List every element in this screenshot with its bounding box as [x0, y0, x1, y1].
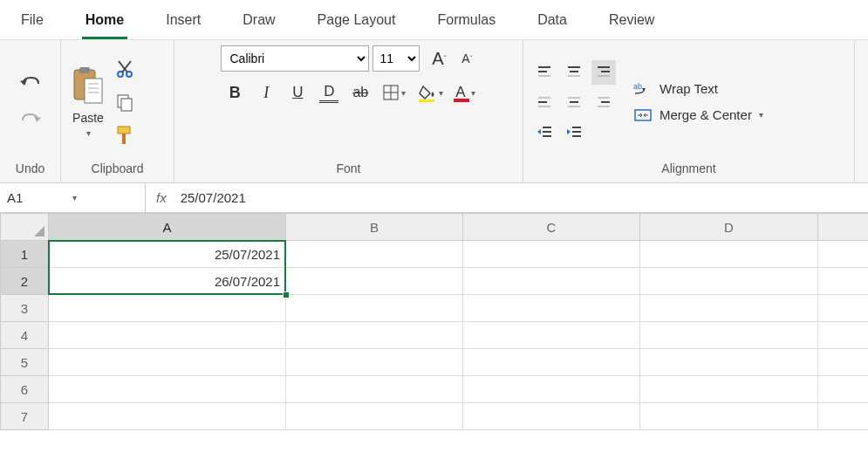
spreadsheet-grid: 1 2 3 4 5 6 7 A B C D 25/07/2021 26/07/2…: [0, 213, 868, 430]
paste-button[interactable]: Paste ▾: [70, 65, 106, 138]
alignment-spacer: [591, 120, 616, 144]
tab-insert[interactable]: Insert: [145, 0, 222, 39]
cell-c5[interactable]: [463, 349, 640, 376]
cell-b6[interactable]: [286, 376, 463, 403]
cell-a4[interactable]: [49, 322, 286, 349]
cell-b4[interactable]: [286, 322, 463, 349]
cell-d3[interactable]: [640, 295, 818, 322]
align-middle-left[interactable]: [532, 90, 557, 114]
cell-d1[interactable]: [640, 241, 818, 268]
tab-review[interactable]: Review: [588, 0, 675, 39]
cell-e7[interactable]: [818, 403, 868, 430]
tab-draw[interactable]: Draw: [222, 0, 296, 39]
chevron-down-icon: ▾: [86, 128, 91, 138]
bold-button[interactable]: B: [225, 82, 244, 103]
tab-data[interactable]: Data: [516, 0, 588, 39]
double-underline-button[interactable]: D: [319, 82, 338, 103]
cell-e1[interactable]: [818, 241, 868, 268]
cell-e2[interactable]: [818, 268, 868, 295]
fx-icon[interactable]: fx: [156, 190, 167, 205]
cell-b3[interactable]: [286, 295, 463, 322]
format-painter-button[interactable]: [115, 125, 134, 146]
copy-button[interactable]: [115, 92, 134, 113]
ribbon-tabs: File Home Insert Draw Page Layout Formul…: [0, 0, 868, 40]
col-header-c[interactable]: C: [463, 213, 640, 241]
svg-rect-2: [85, 79, 102, 103]
font-size-select[interactable]: 11: [372, 45, 420, 72]
decrease-indent[interactable]: [532, 120, 557, 144]
decrease-font-button[interactable]: Aˇ: [458, 48, 477, 69]
wrap-text-button[interactable]: ab Wrap Text: [633, 81, 763, 97]
align-top-center[interactable]: [562, 60, 586, 85]
row-header-1[interactable]: 1: [0, 241, 49, 268]
font-color-button[interactable]: A ▾: [455, 82, 475, 103]
align-middle-right[interactable]: [591, 90, 616, 114]
clipboard-group-label: Clipboard: [70, 158, 165, 181]
italic-button[interactable]: I: [256, 82, 276, 103]
fill-handle[interactable]: [283, 291, 290, 298]
fill-color-button[interactable]: ▾: [418, 82, 443, 103]
cell-e3[interactable]: [818, 295, 868, 322]
name-box[interactable]: A1 ▾: [0, 183, 146, 212]
cell-b2[interactable]: [286, 268, 463, 295]
tab-page-layout[interactable]: Page Layout: [297, 0, 417, 39]
col-header-b[interactable]: B: [286, 213, 463, 241]
cell-e6[interactable]: [818, 376, 868, 403]
increase-font-button[interactable]: Aˆ: [430, 48, 449, 69]
strikethrough-button[interactable]: ab: [351, 82, 370, 103]
svg-rect-13: [122, 134, 126, 144]
align-top-right[interactable]: [591, 60, 616, 85]
cell-c1[interactable]: [463, 241, 640, 268]
cell-a7[interactable]: [49, 403, 286, 430]
underline-button[interactable]: U: [288, 82, 307, 103]
cut-button[interactable]: [115, 58, 134, 79]
cell-d6[interactable]: [640, 376, 818, 403]
font-group: Calibri 11 Aˆ Aˇ B I U D ab ▾ ▾: [174, 40, 523, 182]
row-header-3[interactable]: 3: [0, 295, 49, 322]
redo-button[interactable]: [19, 110, 42, 131]
cell-a1[interactable]: 25/07/2021: [49, 241, 286, 268]
cell-d5[interactable]: [640, 349, 818, 376]
cell-b7[interactable]: [286, 403, 463, 430]
cell-a6[interactable]: [49, 376, 286, 403]
select-all-corner[interactable]: [0, 213, 49, 241]
wrap-text-icon: ab: [633, 81, 653, 97]
increase-indent[interactable]: [562, 120, 586, 144]
tab-file[interactable]: File: [0, 0, 65, 39]
row-header-5[interactable]: 5: [0, 349, 49, 376]
cell-e4[interactable]: [818, 322, 868, 349]
undo-button[interactable]: [19, 73, 42, 94]
row-header-2[interactable]: 2: [0, 268, 49, 295]
cell-a5[interactable]: [49, 349, 286, 376]
tab-home[interactable]: Home: [65, 0, 145, 39]
cell-d4[interactable]: [640, 322, 818, 349]
cell-c4[interactable]: [463, 322, 640, 349]
borders-button[interactable]: ▾: [382, 82, 406, 103]
cell-d2[interactable]: [640, 268, 818, 295]
cell-b1[interactable]: [286, 241, 463, 268]
col-header-e[interactable]: [818, 213, 868, 241]
cell-e5[interactable]: [818, 349, 868, 376]
cell-c7[interactable]: [463, 403, 640, 430]
col-header-a[interactable]: A: [49, 213, 286, 241]
alignment-group-label: Alignment: [532, 158, 845, 181]
cell-a2[interactable]: 26/07/2021: [49, 268, 286, 295]
col-header-d[interactable]: D: [640, 213, 818, 241]
row-header-7[interactable]: 7: [0, 403, 49, 430]
align-middle-center[interactable]: [562, 90, 586, 114]
cell-c2[interactable]: [463, 268, 640, 295]
font-name-select[interactable]: Calibri: [221, 45, 369, 72]
cell-c3[interactable]: [463, 295, 640, 322]
cell-b5[interactable]: [286, 349, 463, 376]
undo-group: Undo: [0, 40, 61, 182]
tab-formulas[interactable]: Formulas: [416, 0, 516, 39]
cell-c6[interactable]: [463, 376, 640, 403]
row-header-4[interactable]: 4: [0, 322, 49, 349]
cell-d7[interactable]: [640, 403, 818, 430]
formula-input[interactable]: 25/07/2021: [181, 190, 246, 205]
merge-center-button[interactable]: Merge & Center ▾: [633, 107, 763, 123]
cell-a3[interactable]: [49, 295, 286, 322]
row-header-6[interactable]: 6: [0, 376, 49, 403]
align-top-left[interactable]: [532, 60, 557, 85]
alignment-grid: [532, 60, 616, 144]
